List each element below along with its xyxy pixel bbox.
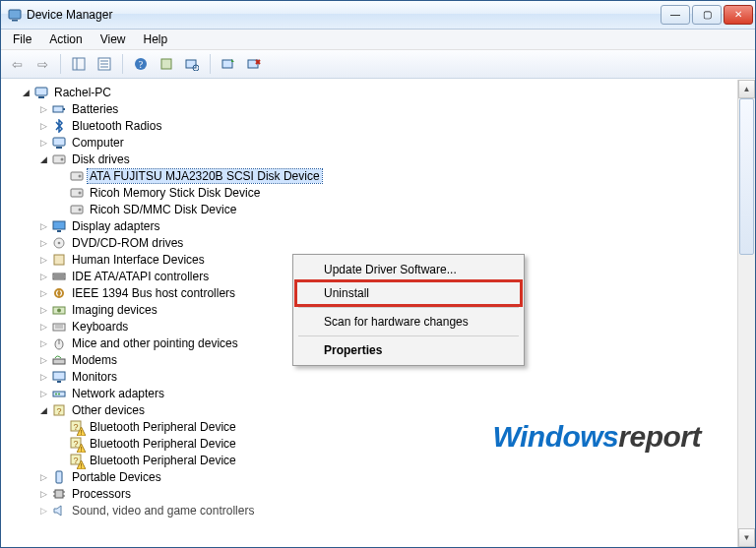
tree-label: Other devices [70, 403, 147, 417]
tree-label: Bluetooth Peripheral Device [88, 437, 238, 451]
tree-category[interactable]: ▷Bluetooth Radios [3, 117, 737, 134]
collapse-icon[interactable]: ◢ [38, 404, 49, 415]
tree-label: Rachel-PC [52, 86, 113, 99]
tree-label: Modems [70, 353, 119, 367]
bluetooth-icon [51, 118, 67, 134]
action-button[interactable] [155, 52, 178, 76]
ide-icon [51, 269, 67, 284]
tree-label: Ricoh Memory Stick Disk Device [88, 186, 262, 200]
menu-action[interactable]: Action [41, 30, 90, 48]
tree-device[interactable]: ?!Bluetooth Peripheral Device [3, 435, 737, 452]
display-icon [51, 218, 67, 234]
expand-icon [56, 438, 67, 449]
scan-button[interactable] [180, 52, 204, 76]
disk-icon [69, 185, 85, 201]
sound-icon [51, 503, 67, 518]
app-icon [7, 7, 23, 23]
expand-icon[interactable]: ▷ [38, 304, 49, 315]
tree-label: Bluetooth Radios [70, 119, 163, 133]
expand-icon[interactable]: ▷ [38, 103, 49, 114]
svg-rect-49 [57, 381, 61, 383]
properties-button[interactable] [93, 52, 116, 76]
expand-icon[interactable]: ▷ [38, 354, 49, 365]
expand-icon[interactable]: ▷ [38, 220, 49, 231]
tree-category[interactable]: ▷Display adapters [3, 217, 737, 234]
context-menu-separator [298, 335, 519, 336]
mouse-icon [51, 335, 67, 351]
vertical-scrollbar[interactable]: ▲ ▼ [737, 80, 755, 547]
svg-rect-35 [54, 255, 64, 265]
battery-icon [51, 101, 67, 117]
titlebar[interactable]: Device Manager — ▢ ✕ [1, 1, 755, 30]
svg-point-24 [61, 157, 64, 160]
tree-label: DVD/CD-ROM drives [70, 236, 185, 250]
help-button[interactable]: ? [129, 52, 153, 76]
keyboard-icon [51, 319, 67, 335]
expand-icon[interactable]: ▷ [38, 505, 49, 516]
menu-help[interactable]: Help [136, 30, 176, 48]
menu-file[interactable]: File [5, 30, 39, 48]
tree-category[interactable]: ◢Disk drives [3, 151, 737, 167]
expand-icon[interactable]: ▷ [38, 488, 49, 499]
expand-icon[interactable]: ▷ [38, 321, 49, 332]
expand-icon[interactable]: ▷ [38, 371, 49, 382]
tree-category[interactable]: ▷Batteries [3, 100, 737, 117]
tree-category[interactable]: ◢?Other devices [3, 401, 737, 418]
scroll-down-button[interactable]: ▼ [738, 528, 755, 547]
tree-category[interactable]: ▷Network adapters [3, 385, 737, 401]
svg-point-41 [57, 308, 61, 312]
tree-category[interactable]: ▷Sound, video and game controllers [3, 502, 737, 518]
svg-rect-19 [53, 106, 63, 112]
imaging-icon [51, 302, 67, 318]
context-menu-uninstall[interactable]: Uninstall [296, 281, 521, 305]
svg-rect-65 [55, 490, 63, 498]
tree-category[interactable]: ▷Portable Devices [3, 468, 737, 485]
tree-label: Mice and other pointing devices [70, 336, 240, 350]
scroll-up-button[interactable]: ▲ [738, 80, 755, 98]
expand-icon[interactable]: ▷ [38, 254, 49, 265]
scroll-track[interactable] [738, 98, 755, 528]
tree-device[interactable]: ?!Bluetooth Peripheral Device [3, 452, 737, 468]
expand-icon[interactable]: ▷ [38, 137, 49, 148]
expand-icon[interactable]: ▷ [38, 271, 49, 281]
svg-rect-21 [53, 138, 65, 146]
context-menu-scan-hardware[interactable]: Scan for hardware changes [296, 310, 521, 334]
tree-label: Disk drives [70, 152, 132, 166]
tree-label: Imaging devices [70, 303, 159, 317]
svg-rect-0 [9, 10, 21, 19]
expand-icon[interactable]: ▷ [38, 337, 49, 348]
show-tree-button[interactable] [67, 52, 91, 76]
context-menu-properties[interactable]: Properties [296, 338, 521, 362]
tree-category[interactable]: ◢Rachel-PC [3, 84, 737, 100]
svg-text:!: ! [81, 462, 83, 469]
expand-icon[interactable]: ▷ [38, 120, 49, 131]
tree-device[interactable]: ?!Bluetooth Peripheral Device [3, 418, 737, 435]
expand-icon[interactable]: ▷ [38, 237, 49, 248]
context-menu-update-driver[interactable]: Update Driver Software... [296, 258, 521, 281]
hid-icon [51, 252, 67, 268]
tree-category[interactable]: ▷Monitors [3, 368, 737, 385]
tree-device[interactable]: ATA FUJITSU MJA2320B SCSI Disk Device [3, 167, 737, 184]
tree-label: Bluetooth Peripheral Device [88, 454, 238, 467]
expand-icon[interactable]: ▷ [38, 388, 49, 398]
tree-device[interactable]: Ricoh Memory Stick Disk Device [3, 184, 737, 201]
maximize-button[interactable]: ▢ [692, 5, 722, 25]
svg-rect-13 [222, 60, 232, 68]
tree-category[interactable]: ▷Computer [3, 134, 737, 151]
context-menu[interactable]: Update Driver Software...UninstallScan f… [292, 254, 525, 366]
collapse-icon[interactable]: ◢ [21, 87, 32, 97]
svg-rect-1 [12, 20, 18, 22]
uninstall-driver-button[interactable] [242, 52, 266, 76]
menu-view[interactable]: View [93, 30, 134, 48]
minimize-button[interactable]: — [661, 5, 690, 25]
expand-icon[interactable]: ▷ [38, 471, 49, 482]
tree-device[interactable]: Ricoh SD/MMC Disk Device [3, 201, 737, 217]
svg-point-51 [55, 393, 57, 395]
tree-category[interactable]: ▷DVD/CD-ROM drives [3, 234, 737, 251]
scroll-thumb[interactable] [739, 98, 754, 255]
expand-icon[interactable]: ▷ [38, 287, 49, 298]
update-driver-button[interactable] [217, 52, 240, 76]
close-button[interactable]: ✕ [724, 5, 753, 25]
tree-category[interactable]: ▷Processors [3, 485, 737, 502]
collapse-icon[interactable]: ◢ [38, 153, 49, 164]
